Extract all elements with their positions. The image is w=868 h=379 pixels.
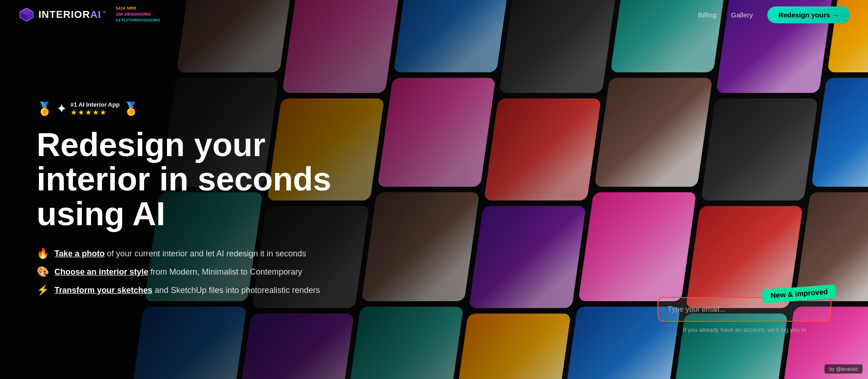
- laurel-right-icon: ✦: [56, 101, 67, 116]
- email-input-wrapper: [658, 297, 831, 322]
- stat-flythroughs: 63 FLYTHROUGHS/MO: [116, 18, 160, 23]
- gallery-link[interactable]: Gallery: [731, 11, 753, 19]
- hero-headline: Redesign your interior in seconds using …: [37, 128, 357, 232]
- feature-style-text: Choose an interior style from Modern, Mi…: [54, 267, 302, 277]
- lightning-emoji: ⚡: [37, 284, 49, 296]
- feature-item-sketch: ⚡ Transform your sketches and SketchUp f…: [37, 284, 348, 296]
- levelsio-badge: by @levelsio: [825, 364, 863, 374]
- email-input[interactable]: [668, 305, 821, 314]
- take-photo-link[interactable]: Take a photo: [54, 249, 105, 258]
- award-stars: ★★★★★: [70, 108, 119, 117]
- logo-icon: [18, 6, 35, 23]
- navbar: INTERIORAI™ 541K MRR 23K DESIGNS/MO 63 F…: [0, 0, 868, 29]
- email-helper-text: If you already have an account, we'll lo…: [658, 326, 831, 333]
- award-badge: 🏅 ✦ #1 AI Interior App ★★★★★ 🏅: [37, 101, 831, 117]
- stats-badge: 541K MRR 23K DESIGNS/MO 63 FLYTHROUGHS/M…: [116, 6, 160, 23]
- billing-link[interactable]: Billing: [698, 11, 717, 19]
- feature-photo-text: Take a photo of your current interior an…: [54, 249, 306, 259]
- nav-right: Billing Gallery Redesign yours →: [698, 6, 850, 23]
- feature-list: 🔥 Take a photo of your current interior …: [37, 248, 348, 296]
- email-panel: New & improved If you already have an ac…: [658, 297, 831, 333]
- laurel-left-icon: 🏅: [37, 101, 53, 116]
- award-title: #1 AI Interior App: [70, 101, 119, 108]
- logo-brand-text: INTERIORAI™: [38, 9, 107, 21]
- feature-item-photo: 🔥 Take a photo of your current interior …: [37, 248, 348, 260]
- transform-sketches-link[interactable]: Transform your sketches: [54, 286, 152, 295]
- stat-designs: 23K DESIGNS/MO: [116, 12, 160, 17]
- stat-mrr: 541K MRR: [116, 6, 160, 11]
- choose-style-link[interactable]: Choose an interior style: [54, 267, 148, 276]
- award-text: #1 AI Interior App ★★★★★: [70, 101, 119, 117]
- redesign-cta-button[interactable]: Redesign yours →: [767, 6, 850, 23]
- laurel-decoration-icon: 🏅: [123, 101, 139, 116]
- fire-emoji: 🔥: [37, 248, 49, 260]
- feature-sketch-text: Transform your sketches and SketchUp fil…: [54, 286, 320, 295]
- logo-area: INTERIORAI™ 541K MRR 23K DESIGNS/MO 63 F…: [18, 6, 160, 23]
- palette-emoji: 🎨: [37, 266, 49, 278]
- feature-item-style: 🎨 Choose an interior style from Modern, …: [37, 266, 348, 278]
